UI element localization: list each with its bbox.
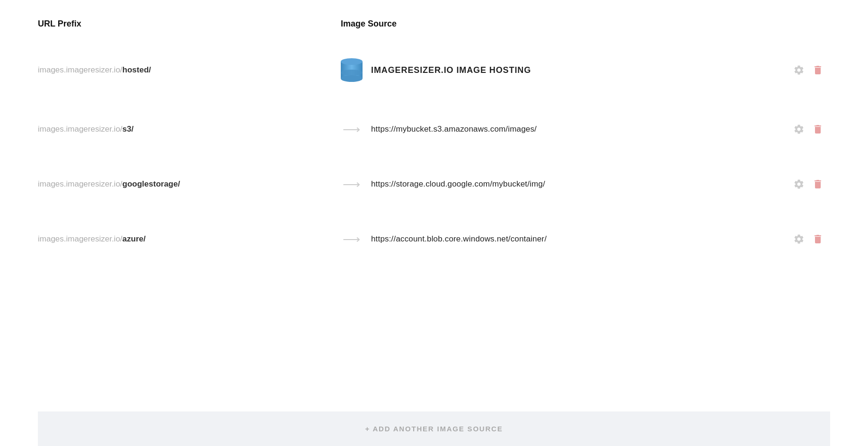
source-label-s3: https://mybucket.s3.amazonaws.com/images…	[371, 125, 537, 134]
table-row: images.imageresizer.io/s3/ ⟶ https://myb…	[38, 102, 830, 157]
settings-button-googlestorage[interactable]	[791, 177, 806, 192]
settings-button-hosted[interactable]	[791, 62, 806, 78]
arrow-icon: ⟶	[341, 122, 362, 137]
url-prefix-plain: images.imageresizer.io/	[38, 65, 123, 74]
gear-icon	[793, 233, 805, 245]
delete-button-s3[interactable]	[810, 122, 825, 137]
rows-container: images.imageresizer.io/hosted/ IMAGERESI…	[38, 38, 830, 411]
row-actions-s3	[791, 122, 830, 137]
settings-button-s3[interactable]	[791, 122, 806, 137]
col-source-header: Image Source	[312, 19, 830, 29]
row-actions-azure	[791, 232, 830, 247]
row-actions-googlestorage	[791, 177, 830, 192]
delete-button-hosted[interactable]	[810, 62, 825, 78]
cyl-bot	[341, 75, 363, 82]
add-image-source-label: + ADD ANOTHER IMAGE SOURCE	[365, 425, 503, 433]
delete-icon	[812, 64, 824, 76]
source-cell-azure: ⟶ https://account.blob.core.windows.net/…	[312, 232, 791, 247]
gear-icon	[793, 64, 805, 76]
url-prefix-azure: images.imageresizer.io/azure/	[38, 234, 312, 244]
col-url-header: URL Prefix	[38, 19, 312, 29]
arrow-icon: ⟶	[341, 177, 362, 192]
arrow-icon: ⟶	[341, 232, 362, 247]
db-icon	[341, 58, 362, 82]
source-cell-s3: ⟶ https://mybucket.s3.amazonaws.com/imag…	[312, 122, 791, 137]
table-row: images.imageresizer.io/azure/ ⟶ https://…	[38, 212, 830, 267]
page-container: URL Prefix Image Source images.imageresi…	[0, 0, 868, 446]
url-prefix-bold: googlestorage/	[123, 179, 180, 188]
table-row: images.imageresizer.io/googlestorage/ ⟶ …	[38, 157, 830, 212]
url-prefix-plain: images.imageresizer.io/	[38, 234, 123, 243]
url-prefix-bold: s3/	[123, 125, 134, 134]
table-row: images.imageresizer.io/hosted/ IMAGERESI…	[38, 38, 830, 102]
source-label-googlestorage: https://storage.cloud.google.com/mybucke…	[371, 179, 545, 189]
table-header: URL Prefix Image Source	[38, 0, 830, 38]
cylinder-icon	[341, 58, 362, 82]
gear-icon	[793, 178, 805, 190]
url-prefix-hosted: images.imageresizer.io/hosted/	[38, 65, 312, 75]
delete-icon	[812, 233, 824, 245]
settings-button-azure[interactable]	[791, 232, 806, 247]
gear-icon	[793, 124, 805, 135]
url-prefix-plain: images.imageresizer.io/	[38, 125, 123, 134]
url-prefix-bold: hosted/	[123, 65, 151, 74]
delete-icon	[812, 178, 824, 190]
delete-button-azure[interactable]	[810, 232, 825, 247]
url-prefix-s3: images.imageresizer.io/s3/	[38, 125, 312, 134]
source-label-hosted: IMAGERESIZER.IO IMAGE HOSTING	[371, 65, 531, 75]
source-cell-googlestorage: ⟶ https://storage.cloud.google.com/mybuc…	[312, 177, 791, 192]
source-cell-hosted: IMAGERESIZER.IO IMAGE HOSTING	[312, 58, 791, 82]
url-prefix-plain: images.imageresizer.io/	[38, 179, 123, 188]
url-prefix-googlestorage: images.imageresizer.io/googlestorage/	[38, 179, 312, 189]
delete-icon	[812, 124, 824, 135]
add-image-source-button[interactable]: + ADD ANOTHER IMAGE SOURCE	[38, 411, 830, 446]
source-label-azure: https://account.blob.core.windows.net/co…	[371, 234, 547, 244]
cyl-top	[341, 58, 363, 65]
row-actions-hosted	[791, 62, 830, 78]
delete-button-googlestorage[interactable]	[810, 177, 825, 192]
url-prefix-bold: azure/	[123, 234, 146, 243]
